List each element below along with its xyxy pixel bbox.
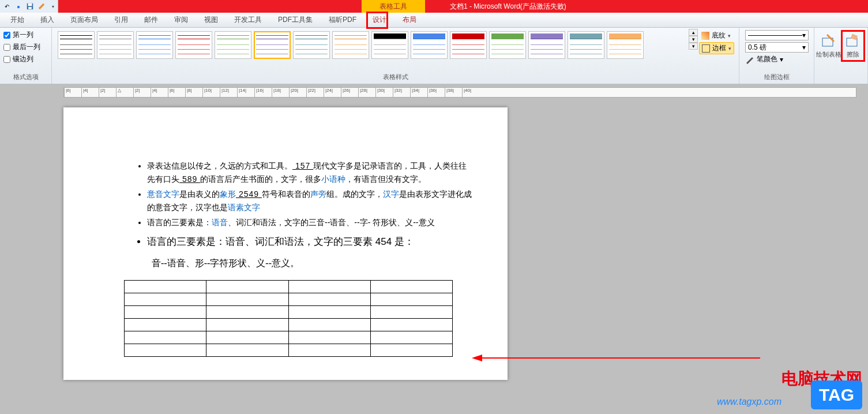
- link-hanzi[interactable]: 汉字: [383, 189, 399, 199]
- horizontal-ruler[interactable]: |6||4||2|△ |2||4||6||8| |10||12||14||16|…: [63, 87, 856, 98]
- bullet-4[interactable]: 语言的三要素是：语音、词汇和语法，文字的三要素 454 是：: [147, 235, 473, 248]
- watermark-tag: TAG: [811, 381, 862, 409]
- document-page[interactable]: 录表达信息以传之，久远的方式和工具。 157 现代文字多是记录语言的，工具，人类…: [63, 107, 508, 380]
- style-swatch-3[interactable]: [136, 31, 173, 59]
- pen-icon: [745, 55, 754, 64]
- style-swatch-7[interactable]: [293, 31, 330, 59]
- checkbox-first-column[interactable]: [3, 32, 10, 39]
- bullet-3[interactable]: 语言的三要素是：语音、词汇和语法，文字的三音--语音、--字- 符形状、义--意…: [147, 216, 473, 229]
- tab-foxit-pdf[interactable]: 福昕PDF: [321, 13, 365, 28]
- link-yusu[interactable]: 语素文字: [228, 203, 260, 212]
- table-row[interactable]: [125, 331, 453, 344]
- tab-developer[interactable]: 开发工具: [226, 13, 270, 28]
- ribbon: 第一列 最后一列 镶边列 格式选项: [0, 28, 868, 84]
- bullet-list: 录表达信息以传之，久远的方式和工具。 157 现代文字多是记录语言的，工具，人类…: [124, 159, 473, 229]
- context-tab-table-tools: 表格工具: [362, 0, 425, 13]
- chevron-down-icon: ▾: [728, 46, 731, 51]
- erase-button[interactable]: 擦除: [841, 30, 865, 62]
- link-yuyin[interactable]: 语音: [212, 218, 228, 227]
- table-row[interactable]: [125, 280, 453, 293]
- gallery-scroll: ▴ ▾ ▾: [689, 29, 698, 50]
- style-swatch-6-selected[interactable]: [254, 31, 291, 59]
- style-swatch-5[interactable]: [215, 31, 251, 59]
- shading-button[interactable]: 底纹▾: [699, 30, 734, 41]
- eraser-icon: [845, 33, 861, 49]
- borders-button[interactable]: 边框▾: [699, 42, 734, 54]
- tab-mailings[interactable]: 邮件: [136, 13, 166, 28]
- chevron-down-icon: ▾: [728, 33, 731, 39]
- tab-references[interactable]: 引用: [106, 13, 136, 28]
- style-swatch-1[interactable]: [58, 31, 95, 59]
- quick-access-toolbar: ↶ ● ▾: [0, 0, 58, 13]
- check-first-column[interactable]: 第一列: [3, 30, 48, 40]
- table-row[interactable]: [125, 318, 453, 331]
- group-label-style-options: 格式选项: [3, 73, 48, 83]
- style-swatch-11[interactable]: [450, 31, 487, 59]
- style-swatch-2[interactable]: [97, 31, 134, 59]
- tab-review[interactable]: 审阅: [166, 13, 196, 28]
- tab-page-layout[interactable]: 页面布局: [62, 13, 106, 28]
- save-icon[interactable]: [25, 2, 35, 11]
- border-icon: [702, 44, 710, 53]
- watermark-url: www.tagxp.com: [717, 397, 781, 407]
- style-swatch-14[interactable]: [568, 31, 604, 59]
- draw-table-button[interactable]: 绘制表格: [817, 30, 841, 62]
- tab-insert[interactable]: 插入: [32, 13, 62, 28]
- border-weight-select[interactable]: 0.5 磅▾: [745, 42, 809, 53]
- checkbox-banded-columns[interactable]: [3, 56, 10, 63]
- tab-table-layout[interactable]: 布局: [394, 13, 424, 28]
- group-label-draw-borders: 绘图边框: [743, 73, 810, 83]
- title-bar: ↶ ● ▾ 表格工具 文档1 - Microsoft Word(产品激活失败): [0, 0, 868, 13]
- style-swatch-4[interactable]: [175, 31, 212, 59]
- gallery-more[interactable]: ▾: [689, 43, 698, 50]
- group-label-table-styles: 表格样式: [55, 73, 735, 83]
- pencil-table-icon: [821, 33, 837, 49]
- tab-table-design[interactable]: 设计: [365, 13, 394, 28]
- window-title: 文档1 - Microsoft Word(产品激活失败): [450, 2, 566, 12]
- group-draw-erase: 绘制表格 擦除: [814, 28, 868, 84]
- tab-view[interactable]: 视图: [196, 13, 226, 28]
- style-swatch-15[interactable]: [607, 31, 644, 59]
- tab-start[interactable]: 开始: [2, 13, 32, 28]
- link-xiangxing[interactable]: 象形: [220, 189, 236, 199]
- document-canvas: |6||4||2|△ |2||4||6||8| |10||12||14||16|…: [0, 84, 868, 414]
- style-swatch-12[interactable]: [489, 31, 526, 59]
- link-shengpang[interactable]: 声旁: [310, 189, 326, 199]
- big-bullet: 语言的三要素是：语音、词汇和语法，文字的三要素 454 是：: [124, 235, 473, 248]
- table-styles-gallery: [55, 29, 689, 61]
- document-table[interactable]: [124, 280, 453, 357]
- qat-dropdown-icon[interactable]: ▾: [48, 2, 58, 11]
- svg-rect-5: [851, 34, 858, 40]
- group-table-styles: ▴ ▾ ▾ 底纹▾ 边框▾ 表格样式: [52, 28, 739, 84]
- pen-color-button[interactable]: 笔颜色▾: [745, 54, 808, 64]
- paint-bucket-icon: [701, 32, 709, 40]
- style-swatch-8[interactable]: [332, 31, 369, 59]
- check-banded-columns[interactable]: 镶边列: [3, 54, 48, 64]
- link-xiaoyuzhong[interactable]: 小语种: [321, 174, 345, 184]
- bullet-2[interactable]: 意音文字是由表义的象形 2549 符号和表音的声旁组。成的文字，汉字是由表形文字…: [147, 188, 473, 215]
- style-swatch-9[interactable]: [371, 31, 408, 59]
- tab-pdf-tools[interactable]: PDF工具集: [270, 13, 321, 28]
- gallery-scroll-down[interactable]: ▾: [689, 36, 698, 43]
- style-options-checks: 第一列 最后一列 镶边列: [3, 29, 48, 64]
- gallery-scroll-up[interactable]: ▴: [689, 29, 698, 36]
- style-swatch-10[interactable]: [411, 31, 448, 59]
- link-yiyinwenzi[interactable]: 意音文字: [147, 189, 179, 199]
- annotation-arrow: [472, 352, 760, 364]
- group-draw-borders-controls: ▾ 0.5 磅▾ 笔颜色▾ 绘图边框: [739, 28, 814, 84]
- plain-line[interactable]: 音--语音、形--字符形状、义--意义。: [152, 258, 473, 270]
- group-style-options: 第一列 最后一列 镶边列 格式选项: [0, 28, 52, 84]
- check-last-column[interactable]: 最后一列: [3, 42, 48, 52]
- svg-rect-1: [28, 3, 32, 6]
- checkbox-last-column[interactable]: [3, 44, 10, 51]
- edit-icon[interactable]: [37, 2, 46, 11]
- table-row[interactable]: [125, 305, 453, 318]
- table-row[interactable]: [125, 293, 453, 305]
- table-row[interactable]: [125, 344, 453, 356]
- bullet-1[interactable]: 录表达信息以传之，久远的方式和工具。 157 现代文字多是记录语言的，工具，人类…: [147, 159, 473, 187]
- border-style-select[interactable]: ▾: [745, 30, 809, 40]
- bullet-icon[interactable]: ●: [14, 2, 23, 11]
- undo-icon[interactable]: ↶: [2, 2, 12, 11]
- svg-rect-2: [28, 7, 32, 9]
- style-swatch-13[interactable]: [528, 31, 565, 59]
